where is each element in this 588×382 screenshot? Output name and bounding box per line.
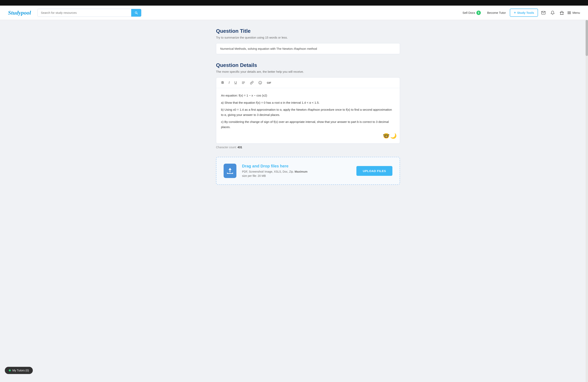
italic-button[interactable]: I xyxy=(227,79,231,86)
editor-line-3: b) Using x0 = 1.4 as a first approximati… xyxy=(221,107,395,117)
tutors-status-dot xyxy=(9,369,11,371)
bold-button[interactable]: B xyxy=(219,79,226,86)
drop-file-types: PDF, Screenshot/ Image, XSLS, Doc, Zip. … xyxy=(242,170,308,178)
logo[interactable]: Studypool xyxy=(8,10,31,16)
char-count: Character count: 431 xyxy=(216,146,400,149)
editor-line-4: c) By considering the change of sign of … xyxy=(221,119,395,130)
sell-docs-link[interactable]: Sell Docs $ xyxy=(460,9,483,17)
svg-rect-1 xyxy=(561,12,563,14)
menu-button[interactable]: Menu xyxy=(567,11,580,15)
gif-button[interactable]: GIF xyxy=(265,80,273,86)
my-tutors-label: My Tutors (0) xyxy=(12,369,29,372)
svg-point-9 xyxy=(259,81,262,84)
main-content: Question Title Try to summarize the ques… xyxy=(176,20,412,197)
plus-icon: + xyxy=(514,11,516,15)
sell-docs-label: Sell Docs xyxy=(462,11,475,14)
sell-docs-icon: $ xyxy=(476,11,481,15)
nav-links: Sell Docs $ Become Tutor + Study Tools xyxy=(460,9,580,17)
mail-button[interactable] xyxy=(540,9,547,17)
search-input[interactable] xyxy=(38,9,131,16)
drop-zone[interactable]: Drag and Drop files here PDF, Screenshot… xyxy=(216,157,400,185)
emoji-1: 🤓 xyxy=(383,132,389,140)
upload-button[interactable]: UPLOAD FILES xyxy=(357,166,392,176)
mail-icon xyxy=(541,11,546,15)
align-icon xyxy=(242,81,245,84)
search-button[interactable] xyxy=(131,9,141,17)
building-icon xyxy=(560,11,564,15)
study-tools-button[interactable]: + Study Tools xyxy=(510,9,538,17)
top-bar xyxy=(0,0,588,6)
question-title-section: Question Title Try to summarize the ques… xyxy=(216,28,400,54)
editor-emojis: 🤓 🌙 xyxy=(383,132,397,140)
my-tutors-badge[interactable]: My Tutors (0) xyxy=(5,367,33,374)
align-button[interactable] xyxy=(240,80,247,86)
upload-icon xyxy=(226,167,234,174)
logo-text: Studypool xyxy=(8,10,31,16)
navbar: Studypool Sell Docs $ Become Tutor + Stu… xyxy=(0,6,588,20)
editor-content[interactable]: An equation: f(x) = 1 − x − cos (x2) a) … xyxy=(216,88,400,143)
underline-button[interactable]: U xyxy=(232,79,239,86)
become-tutor-link[interactable]: Become Tutor xyxy=(485,9,508,16)
search-bar xyxy=(37,9,141,17)
search-icon xyxy=(134,11,138,15)
emoji-2: 🌙 xyxy=(390,132,397,140)
drop-heading: Drag and Drop files here xyxy=(242,164,308,169)
scrollbar-thumb xyxy=(586,20,588,56)
question-details-section: Question Details The more specific your … xyxy=(216,62,400,149)
become-tutor-label: Become Tutor xyxy=(487,11,506,14)
institution-button[interactable] xyxy=(558,9,566,17)
study-tools-label: Study Tools xyxy=(517,11,534,14)
editor-container: B I U xyxy=(216,77,400,144)
link-icon xyxy=(250,81,253,84)
upload-icon-box xyxy=(224,164,236,178)
link-button[interactable] xyxy=(248,80,256,86)
editor-line-2: a) Show that the equation f(x) = 0 has a… xyxy=(221,100,395,105)
bell-icon xyxy=(550,11,555,15)
editor-line-1: An equation: f(x) = 1 − x − cos (x2) xyxy=(221,93,395,98)
question-details-hint: The more specific your details are, the … xyxy=(216,70,400,73)
scrollbar[interactable] xyxy=(586,20,588,382)
svg-marker-2 xyxy=(560,11,564,12)
editor-toolbar: B I U xyxy=(216,77,400,88)
emoji-button[interactable] xyxy=(256,80,264,86)
menu-label: Menu xyxy=(572,11,580,14)
smiley-icon xyxy=(258,81,262,84)
notification-button[interactable] xyxy=(549,9,556,17)
question-title-hint: Try to summarize the question using 15 w… xyxy=(216,36,400,39)
question-title-input[interactable] xyxy=(216,43,400,54)
question-title-heading: Question Title xyxy=(216,28,400,34)
question-details-heading: Question Details xyxy=(216,62,400,68)
hamburger-icon xyxy=(567,11,571,15)
drop-text: Drag and Drop files here PDF, Screenshot… xyxy=(242,164,308,178)
